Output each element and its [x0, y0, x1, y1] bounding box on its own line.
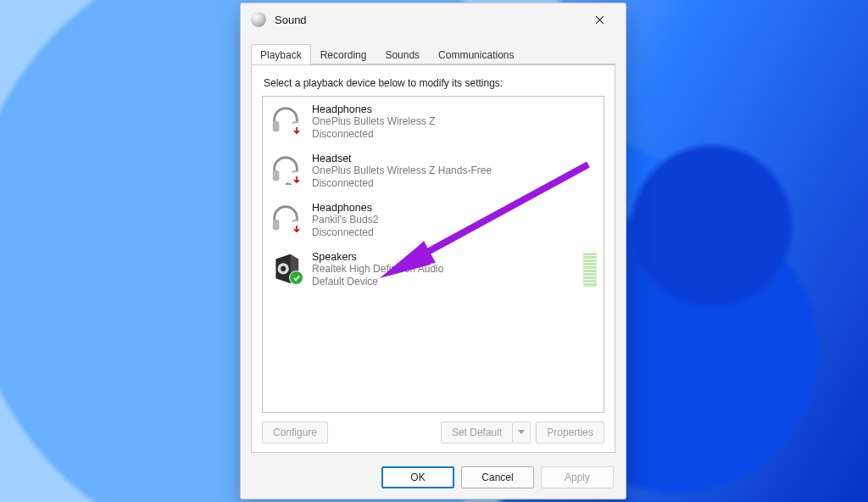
cancel-button[interactable]: Cancel [461, 466, 534, 488]
set-default-dropdown[interactable] [513, 421, 531, 443]
close-button[interactable] [581, 7, 617, 32]
device-subtitle: Realtek High Definition Audio [312, 263, 443, 276]
apply-button[interactable]: Apply [541, 466, 614, 488]
properties-button[interactable]: Properties [536, 421, 604, 443]
device-subtitle: OnePlus Bullets Wireless Z [312, 115, 435, 128]
headphones-icon [270, 103, 302, 136]
down-arrow-icon [289, 123, 303, 137]
device-subtitle: OnePlus Bullets Wireless Z Hands-Free [312, 165, 492, 177]
device-status: Disconnected [312, 128, 435, 141]
device-status: Disconnected [312, 226, 378, 239]
svg-rect-0 [273, 121, 280, 131]
tab-recording[interactable]: Recording [311, 44, 376, 64]
close-icon [595, 15, 604, 25]
set-default-button[interactable]: Set Default [441, 421, 513, 443]
list-item[interactable]: Headphones OnePlus Bullets Wireless Z Di… [263, 97, 604, 146]
instruction-text: Select a playback device below to modify… [264, 77, 603, 89]
dialog-footer: OK Cancel Apply [241, 460, 626, 499]
device-list[interactable]: Headphones OnePlus Bullets Wireless Z Di… [262, 96, 604, 413]
device-button-row: Configure Set Default Properties [262, 413, 604, 443]
device-status: Disconnected [312, 177, 492, 190]
chevron-down-icon [518, 430, 525, 435]
speaker-icon [270, 251, 302, 283]
sound-icon [251, 12, 266, 27]
volume-meter [583, 253, 597, 287]
svg-rect-2 [273, 170, 280, 181]
titlebar: Sound [241, 3, 626, 36]
list-item[interactable]: Headset OnePlus Bullets Wireless Z Hands… [263, 146, 604, 195]
tab-body-playback: Select a playback device below to modify… [251, 64, 615, 453]
svg-point-4 [286, 182, 289, 185]
device-name: Speakers [312, 251, 443, 263]
svg-point-8 [281, 266, 286, 271]
svg-rect-5 [273, 220, 280, 230]
device-status: Default Device [312, 276, 443, 288]
tab-communications[interactable]: Communications [429, 44, 523, 64]
set-default-split-button[interactable]: Set Default [441, 421, 531, 443]
headset-icon [270, 153, 302, 185]
down-arrow-icon [289, 172, 303, 187]
window-title: Sound [275, 14, 307, 26]
headphones-icon [270, 202, 302, 234]
device-name: Headphones [312, 103, 435, 115]
device-subtitle: Pankil's Buds2 [312, 214, 378, 226]
tab-sounds[interactable]: Sounds [376, 44, 429, 64]
down-arrow-icon [289, 221, 303, 236]
tabs-strip: Playback Recording Sounds Communications [241, 44, 626, 64]
checkmark-icon [289, 271, 303, 285]
sound-dialog: Sound Playback Recording Sounds Communic… [240, 3, 626, 499]
list-item[interactable]: Speakers Realtek High Definition Audio D… [263, 244, 604, 293]
ok-button[interactable]: OK [381, 466, 454, 488]
configure-button[interactable]: Configure [262, 421, 328, 443]
device-name: Headphones [312, 202, 378, 214]
list-item[interactable]: Headphones Pankil's Buds2 Disconnected [263, 195, 604, 244]
tab-playback[interactable]: Playback [251, 44, 311, 64]
device-name: Headset [312, 153, 492, 165]
